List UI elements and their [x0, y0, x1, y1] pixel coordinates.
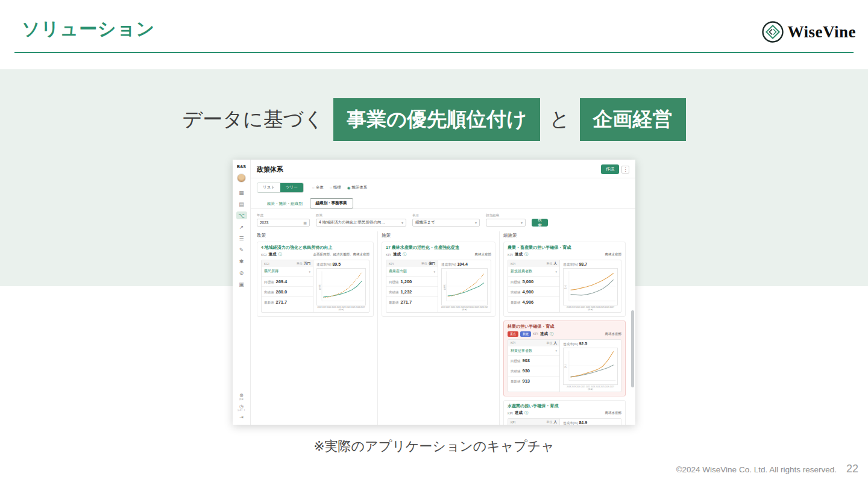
- page-number: 22: [846, 463, 858, 475]
- rate-value: 98.7: [579, 262, 587, 266]
- kpi-chart: 達成率[%]84.9 (人): [560, 419, 621, 425]
- logout-item[interactable]: ⇥: [239, 414, 244, 420]
- indicator-select[interactable]: 農業産出額 ▾: [386, 267, 438, 277]
- measure-card-title-link[interactable]: 17 農林水産業の活性化・生産強化促進: [386, 245, 491, 250]
- kpi-table: KGI 単位万円 県民所得 ▾ 目標値269.4 実績値280.0 最新値271…: [262, 260, 313, 312]
- status-value: 達成: [268, 252, 276, 257]
- policy-card-title-link[interactable]: 4 地域経済力の強化と県民所得の向上: [261, 245, 370, 250]
- filter-display-value: 細施策まで: [415, 220, 435, 225]
- rate-label: 達成率[%]: [563, 263, 577, 266]
- chart-icon[interactable]: ↗: [236, 223, 247, 231]
- line-chart: (万円): [316, 268, 366, 305]
- unit-label: 単位: [547, 420, 553, 424]
- radio-indicator[interactable]: ○ 指標: [330, 185, 341, 190]
- app-scrollbar[interactable]: [631, 310, 634, 387]
- radio-indicator-label: 指標: [333, 185, 341, 190]
- kpi-chart: 達成率[%]98.7 (人): [560, 260, 621, 312]
- filter-org-select[interactable]: ▾: [486, 219, 526, 227]
- slide-footer: ©2024 WiseVine Co. Ltd. All rights reser…: [676, 463, 858, 475]
- info-icon[interactable]: ⓘ: [524, 410, 528, 416]
- list-icon[interactable]: ☰: [236, 234, 247, 242]
- app-main: 政策体系 作成 ⋮ リスト ツリー ○ 全体 ○: [251, 160, 635, 425]
- column-sub-measure: 細施策 農業・畜産業の担い手確保・育成 KPI 達成 ⓘ 農林水産部: [499, 231, 629, 425]
- chevron-down-icon: ▾: [401, 221, 403, 225]
- chevron-down-icon: ▾: [555, 270, 557, 274]
- info-icon[interactable]: ⓘ: [278, 252, 281, 257]
- filter-year-label: 年度: [257, 213, 310, 217]
- support-icon: ◷: [239, 404, 244, 409]
- view-toggle: リスト ツリー: [257, 183, 304, 193]
- metric-kind: KGI: [261, 253, 266, 257]
- filter-year-input[interactable]: 2023 ▦: [257, 219, 310, 227]
- kebab-menu-icon[interactable]: ⋮: [621, 166, 629, 174]
- metric-kind: KPI: [508, 411, 513, 415]
- settings-item[interactable]: ⚙ 設定: [239, 393, 244, 401]
- view-controls: リスト ツリー ○ 全体 ○ 指標 ◉ 施策体系: [257, 183, 629, 193]
- settings-label: 設定: [239, 398, 244, 401]
- column-measure: 施策 17 農林水産業の活性化・生産強化促進 KPI 達成 ⓘ 農林水産部: [377, 231, 499, 425]
- filter-display-select[interactable]: 細施策まで ▾: [412, 219, 480, 227]
- status-value: 達成: [515, 252, 523, 257]
- sub-measure-card-forestry: 林業の担い手確保・育成 重点 新規 KPI 達成 ⓘ 農林水産部: [503, 321, 626, 396]
- kpi-panel: KPI 単位人 林業従事者数 ▾ 目標値903 実績値930 最新値913: [508, 339, 621, 392]
- create-button[interactable]: 作成: [601, 164, 619, 174]
- headline-highlight-planning: 企画経営: [580, 98, 686, 141]
- projects-icon[interactable]: ✱: [236, 257, 247, 265]
- copyright-text: ©2024 WiseVine Co. Ltd. All rights reser…: [676, 465, 837, 474]
- info-icon[interactable]: ⓘ: [550, 331, 553, 337]
- document-icon[interactable]: ▤: [236, 200, 247, 208]
- search-button[interactable]: 検索: [532, 219, 548, 227]
- info-icon[interactable]: ⓘ: [524, 252, 528, 257]
- edit-icon[interactable]: ✎: [236, 246, 247, 254]
- grid-icon[interactable]: ▣: [236, 280, 247, 288]
- radio-all[interactable]: ○ 全体: [312, 185, 324, 190]
- toggle-list[interactable]: リスト: [257, 183, 280, 192]
- info-icon[interactable]: ⓘ: [403, 252, 406, 257]
- x-axis-caption: (年度): [563, 388, 618, 390]
- kpi-table: KPI 単位人 漁業従事者数 ▾ 目標値5,200: [508, 419, 560, 425]
- title-underline: [14, 52, 854, 53]
- indicator-value: 農業産出額: [389, 269, 407, 274]
- departments: 農林水産部: [475, 252, 492, 257]
- line-chart: (人): [563, 268, 618, 305]
- headline: データに基づく 事業の優先順位付け と 企画経営: [0, 98, 868, 141]
- kpi-panel: KGI 単位万円 県民所得 ▾ 目標値269.4 実績値280.0 最新値271…: [261, 260, 370, 313]
- radio-policy-system[interactable]: ◉ 施策体系: [347, 185, 368, 190]
- calendar-icon[interactable]: ▦: [236, 189, 247, 196]
- sub-card-title-link[interactable]: 農業・畜産業の担い手確保・育成: [508, 245, 621, 250]
- filter-policy-select[interactable]: 4 地域経済力の強化と県民所得の向… ▾: [316, 219, 406, 227]
- policy-columns: 政策 4 地域経済力の強化と県民所得の向上 KGI 達成 ⓘ 企画振興部、経済労…: [257, 231, 629, 425]
- unit-value: 人: [554, 261, 558, 265]
- support-item[interactable]: ◷ サポート: [237, 404, 245, 411]
- kpi-table-metric: KPI: [511, 262, 515, 266]
- tab-org-business[interactable]: 組織別・事務事業: [310, 198, 353, 208]
- tab-bar: 政策・施策・組織別 組織別・事務事業: [257, 198, 629, 208]
- headline-highlight-priority: 事業の優先順位付け: [333, 98, 540, 141]
- filter-policy-label: 政策: [316, 213, 406, 217]
- toggle-tree[interactable]: ツリー: [280, 183, 303, 192]
- priority-badge: 重点: [508, 331, 518, 337]
- table-row: 目標値903: [508, 356, 559, 366]
- kpi-chart: 達成率[%]104.4 (億円): [438, 260, 491, 312]
- unit-value: 人: [554, 341, 558, 345]
- indicator-select[interactable]: 新規就農者数 ▾: [508, 267, 559, 277]
- policy-tree-icon[interactable]: ⌥: [236, 211, 247, 219]
- headline-connector: と: [550, 106, 570, 133]
- table-row: 実績値4,900: [508, 287, 559, 297]
- table-row: 目標値5,000: [508, 277, 559, 287]
- sub-card-title-link[interactable]: 水産業の担い手確保・育成: [508, 404, 621, 408]
- presentation-slide: ソリューション WiseVine データに基づく 事業の優先順位付け と 企画経…: [0, 0, 868, 488]
- logout-icon: ⇥: [239, 414, 244, 420]
- indicator-select[interactable]: 林業従事者数 ▾: [508, 346, 559, 356]
- sub-card-title-link[interactable]: 林業の担い手確保・育成: [508, 324, 621, 329]
- table-row: 実績値1,232: [386, 287, 438, 297]
- wisevine-logo-text: WiseVine: [787, 23, 856, 42]
- avatar[interactable]: [237, 174, 246, 183]
- unit-value: 億円: [429, 261, 435, 265]
- kpi-table-metric: KGI: [264, 262, 269, 266]
- indicator-select[interactable]: 県民所得 ▾: [262, 267, 313, 277]
- table-row: 最新値4,906: [508, 297, 559, 307]
- departments: 農林水産部: [605, 252, 622, 257]
- tag-icon[interactable]: ⊘: [236, 269, 247, 277]
- tab-policy-org[interactable]: 政策・施策・組織別: [262, 199, 308, 208]
